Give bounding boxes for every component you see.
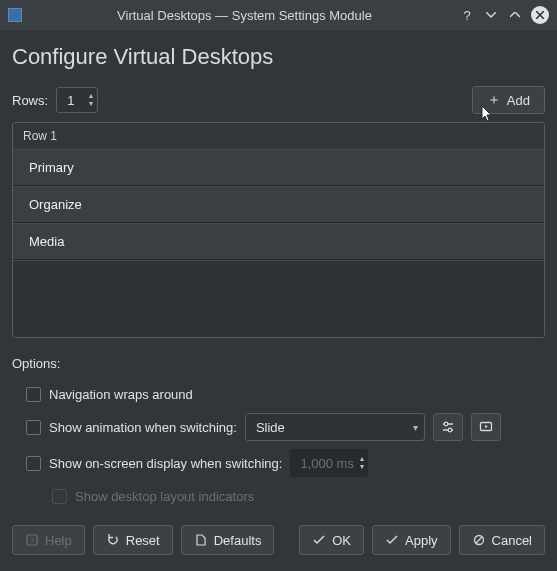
- list-item[interactable]: Primary: [13, 149, 544, 186]
- window-title: Virtual Desktops — System Settings Modul…: [30, 8, 459, 23]
- ok-button[interactable]: OK: [299, 525, 364, 555]
- show-animation-label: Show animation when switching:: [49, 420, 237, 435]
- list-item-label: Media: [29, 234, 64, 249]
- defaults-button-label: Defaults: [214, 533, 262, 548]
- cancel-button[interactable]: Cancel: [459, 525, 545, 555]
- maximize-icon[interactable]: [507, 7, 523, 23]
- list-empty-area: [13, 260, 544, 337]
- page-title: Configure Virtual Desktops: [12, 44, 545, 70]
- defaults-button[interactable]: Defaults: [181, 525, 275, 555]
- apply-button[interactable]: Apply: [372, 525, 451, 555]
- apply-button-label: Apply: [405, 533, 438, 548]
- minimize-icon[interactable]: [483, 7, 499, 23]
- layout-indicators-checkbox: [52, 489, 67, 504]
- app-icon: [8, 8, 22, 22]
- animation-select-value: Slide: [256, 420, 413, 435]
- rows-label: Rows:: [12, 93, 48, 108]
- help-button[interactable]: ? Help: [12, 525, 85, 555]
- button-bar: ? Help Reset Defaults OK A: [12, 525, 545, 555]
- chevron-down-icon: ▾: [360, 463, 364, 471]
- document-icon: [194, 534, 208, 546]
- desktop-list: Row 1 Primary Organize Media: [12, 122, 545, 338]
- show-osd-checkbox[interactable]: [26, 456, 41, 471]
- animation-select[interactable]: Slide ▾: [245, 413, 425, 441]
- show-osd-label: Show on-screen display when switching:: [49, 456, 282, 471]
- chevron-down-icon[interactable]: ▾: [89, 100, 93, 108]
- spin-arrows: ▴ ▾: [360, 455, 364, 471]
- plus-icon: ＋: [487, 91, 501, 109]
- check-icon: [385, 535, 399, 545]
- osd-duration-spinbox: 1,000 ms ▴ ▾: [290, 449, 367, 477]
- list-item-label: Primary: [29, 160, 74, 175]
- reset-button-label: Reset: [126, 533, 160, 548]
- layout-indicators-label: Show desktop layout indicators: [75, 489, 254, 504]
- svg-text:?: ?: [30, 536, 35, 545]
- options-label: Options:: [12, 356, 545, 371]
- rows-spinbox[interactable]: 1 ▴ ▾: [56, 87, 98, 113]
- preview-icon: [479, 420, 493, 434]
- sliders-icon: [441, 420, 455, 434]
- list-item[interactable]: Media: [13, 223, 544, 260]
- spin-arrows[interactable]: ▴ ▾: [89, 92, 93, 108]
- nav-wrap-checkbox[interactable]: [26, 387, 41, 402]
- chevron-down-icon: ▾: [413, 422, 418, 433]
- add-button-label: Add: [507, 93, 530, 108]
- osd-duration-value: 1,000 ms: [300, 456, 353, 471]
- rows-value: 1: [67, 93, 83, 108]
- help-icon[interactable]: ?: [459, 7, 475, 23]
- nav-wrap-label: Navigation wraps around: [49, 387, 193, 402]
- help-icon: ?: [25, 534, 39, 546]
- list-item-label: Organize: [29, 197, 82, 212]
- ok-button-label: OK: [332, 533, 351, 548]
- close-icon[interactable]: [531, 6, 549, 24]
- reset-button[interactable]: Reset: [93, 525, 173, 555]
- configure-animation-button[interactable]: [433, 413, 463, 441]
- add-button[interactable]: ＋ Add: [472, 86, 545, 114]
- titlebar: Virtual Desktops — System Settings Modul…: [0, 0, 557, 30]
- show-animation-checkbox[interactable]: [26, 420, 41, 435]
- check-icon: [312, 535, 326, 545]
- undo-icon: [106, 534, 120, 546]
- cancel-button-label: Cancel: [492, 533, 532, 548]
- list-item[interactable]: Organize: [13, 186, 544, 223]
- help-button-label: Help: [45, 533, 72, 548]
- svg-point-0: [444, 422, 448, 426]
- svg-point-1: [448, 428, 452, 432]
- cancel-icon: [472, 534, 486, 546]
- row-header: Row 1: [13, 123, 544, 149]
- preview-animation-button[interactable]: [471, 413, 501, 441]
